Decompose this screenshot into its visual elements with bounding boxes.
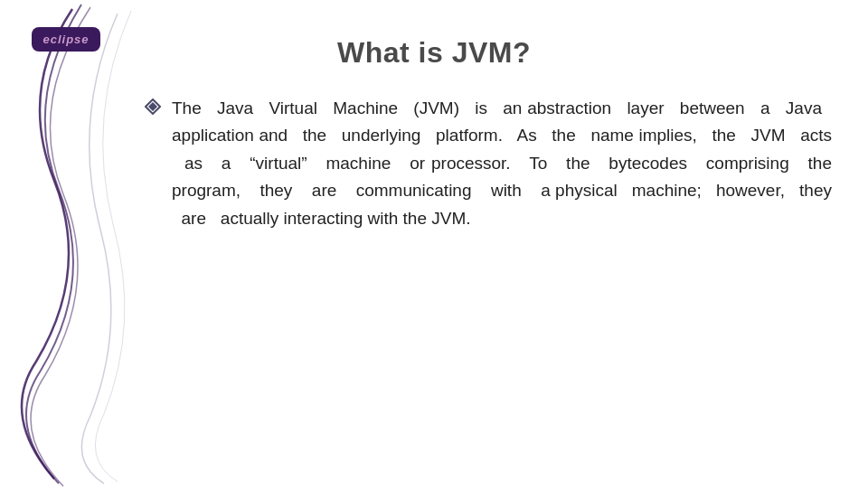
logo-text: eclipse	[42, 33, 89, 46]
slide-title: What is JVM?	[337, 36, 531, 70]
bullet-diamond-icon	[145, 99, 161, 115]
bullet-text: The Java Virtual Machine (JVM) is an abs…	[172, 95, 832, 232]
logo-area: eclipse	[16, 16, 116, 61]
slide: eclipse What is JVM? The Java Virtual Ma…	[0, 0, 868, 488]
bullet-item: The Java Virtual Machine (JVM) is an abs…	[145, 95, 832, 232]
slide-content: The Java Virtual Machine (JVM) is an abs…	[145, 95, 832, 232]
eclipse-logo: eclipse	[32, 27, 99, 52]
decorative-curves	[0, 0, 145, 488]
